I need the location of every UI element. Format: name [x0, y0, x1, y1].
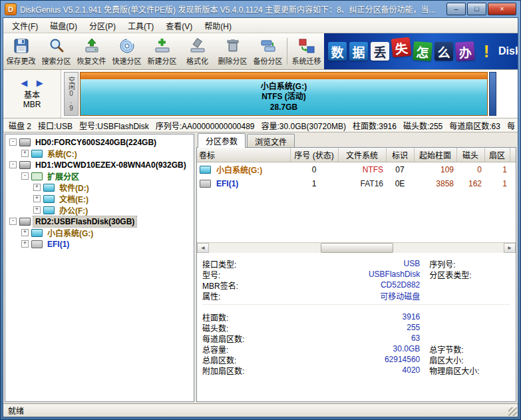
tree-item-rd2-usb[interactable]: - RD2:USBFlashDisk(30GB) — [5, 216, 194, 227]
quick-partition-icon — [118, 37, 136, 55]
column-header-end-truncated[interactable]: 终 — [510, 148, 516, 162]
column-header-head[interactable]: 磁头 — [456, 148, 484, 162]
details-divider — [202, 304, 510, 312]
next-disk-button[interactable]: ▶ — [33, 78, 47, 88]
tree-item-documents-e[interactable]: + 文档(E:) — [5, 193, 194, 204]
tree-item-label: RD2:USBFlashDisk(30GB) — [33, 216, 136, 227]
status-text: 就绪 — [8, 405, 24, 416]
scroll-right-button[interactable]: ► — [504, 243, 516, 253]
partition-block-free[interactable]: 空闲0.9 — [64, 72, 79, 116]
detail-label: 每道扇区数: — [202, 333, 275, 344]
scrollbar-thumb[interactable] — [321, 243, 393, 253]
column-header-sector[interactable]: 扇区 — [484, 148, 510, 162]
expand-toggle[interactable]: + — [33, 184, 41, 191]
close-button[interactable]: × — [488, 3, 516, 15]
resize-grip[interactable] — [508, 407, 517, 416]
banner-brand: DiskG — [498, 45, 518, 57]
tree-item-system-c[interactable]: + 系统(C:) — [5, 148, 194, 159]
minimize-button[interactable]: – — [446, 3, 466, 15]
toolbar-button-label: 备份分区 — [254, 55, 283, 66]
menu-disk[interactable]: 磁盘(D) — [44, 18, 83, 33]
table-row[interactable]: 小白系统(G:) 0 NTFS 07 109 0 1 — [197, 162, 516, 177]
scroll-left-button[interactable]: ◄ — [197, 243, 209, 253]
menu-file[interactable]: 文件(F) — [6, 18, 44, 33]
tree-item-extended-partition[interactable]: - 扩展分区 — [5, 170, 194, 182]
tab-partition-parameters[interactable]: 分区参数 — [198, 133, 246, 148]
recover-files-button[interactable]: 恢复文件 — [74, 33, 109, 69]
expand-toggle[interactable]: + — [21, 150, 29, 157]
disk-number: 磁盘 2 — [9, 120, 31, 131]
tab-browse-files[interactable]: 浏览文件 — [247, 134, 295, 147]
expand-toggle[interactable]: + — [21, 240, 29, 248]
tree-item-hd0[interactable]: - HD0:FORCY600S240GB(224GB) — [5, 136, 194, 148]
tree-item-office-f[interactable]: + 办公(F:) — [5, 204, 194, 216]
maximize-button[interactable]: □ — [467, 3, 486, 15]
column-header-volume[interactable]: 卷标 — [197, 148, 290, 162]
menu-partition[interactable]: 分区(P) — [83, 18, 122, 33]
head: 0 — [456, 162, 484, 177]
tree-item-label: 办公(F:) — [57, 204, 90, 216]
promo-banner[interactable]: 数 据 丢 失 怎 么 办 ! DiskG — [324, 33, 518, 69]
toolbar: 保存更改 搜索分区 恢复文件 快速分区 新建分区 格式化 — [3, 33, 518, 70]
toolbar-button-label: 格式化 — [186, 55, 208, 66]
detail-label: 分区表类型: — [429, 269, 516, 280]
table-row[interactable]: EFI(1) 1 FAT16 0E 3858 162 1 — [197, 176, 516, 190]
disk-details: 接口类型:USB序列号: 型号:USBFlashDisk分区表类型: MBR签名… — [197, 253, 516, 401]
disk-icon — [19, 138, 31, 146]
detail-value: USBFlashDisk — [275, 270, 421, 279]
collapse-toggle[interactable]: - — [9, 138, 17, 146]
system-migration-button[interactable]: 系统迁移 — [289, 33, 324, 69]
tree-item-xiaobai-g[interactable]: + 小白系统(G:) — [5, 227, 194, 238]
delete-partition-button[interactable]: 删除分区 — [215, 33, 250, 69]
tree-item-label: HD0:FORCY600S240GB(224GB) — [33, 137, 158, 148]
collapse-toggle[interactable]: - — [21, 172, 29, 180]
collapse-toggle[interactable]: - — [9, 161, 17, 168]
expand-toggle[interactable]: + — [33, 206, 41, 214]
column-header-index-status[interactable]: 序号 (状态) — [290, 148, 338, 162]
new-partition-button[interactable]: 新建分区 — [144, 33, 180, 69]
menu-help[interactable]: 帮助(H) — [198, 18, 238, 33]
menu-view[interactable]: 查看(V) — [160, 18, 198, 33]
column-header-start-cylinder[interactable]: 起始柱面 — [414, 148, 456, 162]
toolbar-button-label: 恢复文件 — [77, 55, 106, 66]
menu-tools[interactable]: 工具(T) — [122, 18, 160, 33]
partition-name: 小白系统(G:) — [261, 82, 307, 93]
column-header-id[interactable]: 标识 — [386, 148, 414, 162]
partition-icon — [31, 229, 43, 237]
format-button[interactable]: 格式化 — [180, 33, 215, 69]
tree-item-software-d[interactable]: + 软件(D:) — [5, 182, 194, 193]
tree-item-hd1[interactable]: - HD1:WDCWD10EZEX-08WN4A0(932GB) — [5, 159, 194, 170]
collapse-toggle[interactable]: - — [9, 218, 17, 225]
save-changes-button[interactable]: 保存更改 — [3, 33, 39, 69]
detail-value: CD52D882 — [275, 280, 421, 290]
prev-disk-button[interactable]: ◀ — [17, 78, 31, 88]
disk-nav: ◀ ▶ 基本 MBR — [3, 70, 61, 118]
search-partition-button[interactable]: 搜索分区 — [39, 33, 74, 69]
partition-index: 0 — [290, 162, 338, 177]
column-header-filesystem[interactable]: 文件系统 — [338, 148, 386, 162]
detail-label: 柱面数: — [202, 312, 275, 323]
partition-icon — [43, 184, 55, 192]
backup-partition-button[interactable]: 备份分区 — [250, 33, 285, 69]
banner-tile: ! — [477, 42, 496, 61]
partition-block-efi[interactable] — [489, 72, 496, 116]
detail-label: 物理扇区大小: — [429, 365, 516, 376]
scrollbar-track[interactable] — [209, 243, 504, 253]
disk-heads: 磁头数:255 — [403, 120, 442, 131]
partition-scheme-label: MBR — [23, 100, 41, 109]
banner-tile: 办 — [455, 41, 475, 61]
expand-toggle[interactable]: + — [21, 229, 29, 236]
panel-tabs: 分区参数 浏览文件 — [196, 134, 516, 147]
tree-item-label: 小白系统(G:) — [45, 226, 95, 239]
horizontal-scrollbar[interactable]: ◄ ► — [197, 242, 516, 253]
partition-icon — [200, 166, 211, 174]
tree-item-efi[interactable]: + EFI(1) — [5, 238, 194, 250]
toolbar-button-label: 新建分区 — [148, 55, 177, 66]
expand-toggle[interactable]: + — [33, 195, 41, 202]
partition-block-main[interactable]: 小白系统(G:) NTFS (活动) 28.7GB — [80, 72, 488, 116]
quick-partition-button[interactable]: 快速分区 — [109, 33, 144, 69]
partition-fs: NTFS (活动) — [261, 92, 306, 103]
detail-label: 型号: — [202, 269, 275, 280]
disk-icon — [19, 218, 31, 226]
title-bar[interactable]: D DiskGenius V5.2.1.941 免费版(单文件PE版) 发现新版… — [3, 1, 518, 17]
